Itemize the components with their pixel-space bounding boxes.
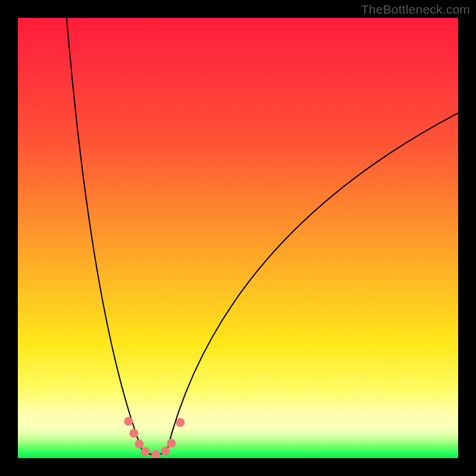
valley-marker xyxy=(130,429,139,438)
valley-marker xyxy=(161,447,170,456)
valley-marker xyxy=(135,440,144,449)
curve-left-branch xyxy=(67,18,143,452)
bottleneck-curve xyxy=(67,18,458,455)
valley-marker xyxy=(124,417,133,426)
valley-marker xyxy=(176,418,185,427)
valley-marker xyxy=(141,447,150,456)
curve-right-branch xyxy=(167,113,458,452)
watermark-text: TheBottleneck.com xyxy=(361,2,470,17)
valley-markers xyxy=(124,417,185,459)
valley-marker xyxy=(152,450,161,459)
chart-frame: TheBottleneck.com xyxy=(0,0,476,476)
curve-valley-floor xyxy=(143,452,167,455)
curve-svg xyxy=(18,18,458,458)
valley-marker xyxy=(167,439,176,448)
plot-area xyxy=(18,18,458,458)
